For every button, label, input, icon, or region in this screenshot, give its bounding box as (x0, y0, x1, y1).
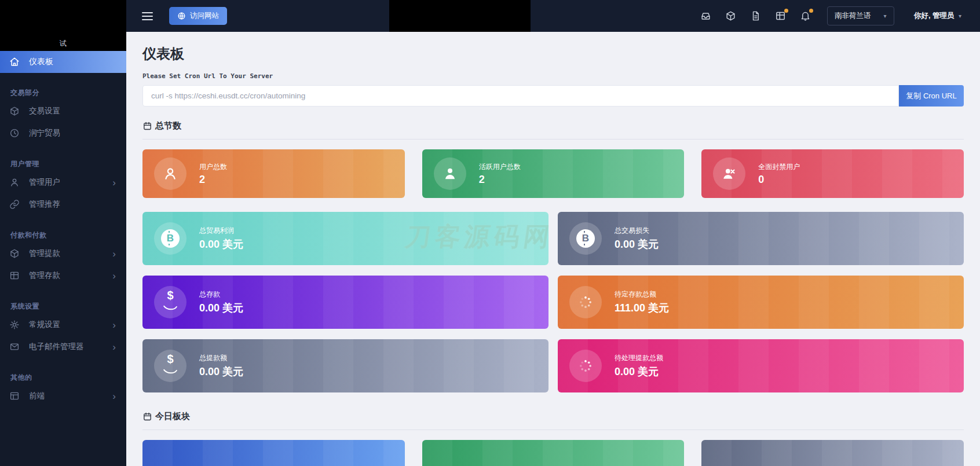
user-menu[interactable]: 你好, 管理员 ▾ (914, 11, 961, 21)
sidebar-section-trading: 交易部分 (10, 88, 126, 98)
logo-text: 试 (0, 39, 126, 49)
bitcoin-icon: B (569, 222, 602, 255)
cube-icon[interactable] (725, 10, 736, 21)
sidebar-item-general-settings[interactable]: 常规设置 › (0, 314, 126, 336)
stat-value: 0.00 美元 (615, 365, 663, 379)
user-icon (9, 177, 20, 188)
stat-label: 全面封禁用户 (758, 162, 800, 172)
stat-card-active-users: 活跃用户总数 2 (422, 149, 685, 198)
sidebar-item-runing-trade[interactable]: 润宁贸易 (0, 122, 126, 144)
greeting-label: 你好, 管理员 (914, 12, 954, 20)
sidebar-item-label: 管理存款 (29, 270, 60, 281)
sidebar-item-label: 常规设置 (29, 320, 60, 330)
language-value: 南非荷兰语 (835, 11, 871, 21)
chevron-down-icon: ▾ (884, 13, 887, 19)
visit-site-label: 访问网站 (190, 11, 219, 21)
stat-label: 总提款额 (199, 353, 243, 363)
stat-card-total-users: 用户总数 2 (142, 149, 405, 198)
user-x-icon (713, 157, 745, 190)
stat-card-today-3 (701, 440, 964, 466)
stat-value: 2 (479, 174, 521, 186)
sidebar-item-manage-withdrawals[interactable]: 管理提款 › (0, 243, 126, 265)
spinner-icon (569, 286, 602, 318)
hamburger-menu-icon[interactable] (142, 10, 153, 23)
stat-card-total-trade-loss: B 总交易损失 0.00 美元 (558, 212, 964, 265)
cron-url-input[interactable] (142, 85, 899, 107)
stat-value: 0.00 美元 (615, 237, 659, 251)
layout-icon (9, 391, 20, 401)
sidebar-item-label: 管理提款 (29, 248, 60, 259)
calendar-icon (142, 121, 152, 131)
stat-value: 0.00 美元 (199, 237, 243, 251)
stat-card-today-2 (422, 440, 685, 466)
stat-value: 2 (199, 174, 227, 186)
chevron-right-icon: › (112, 320, 116, 330)
chevron-down-icon: ▾ (959, 13, 961, 19)
stat-card-total-trade-profit: B 总贸易利润 0.00 美元 (142, 212, 548, 265)
chevron-right-icon: › (112, 178, 116, 188)
document-icon[interactable] (750, 10, 761, 21)
sidebar-item-label: 润宁贸易 (29, 128, 60, 138)
stat-value: 0.00 美元 (199, 301, 243, 315)
sidebar-item-email-manager[interactable]: 电子邮件管理器 › (0, 336, 126, 358)
sidebar-section-others: 其他的 (10, 373, 126, 383)
divider (142, 139, 964, 140)
hand-dollar-icon: $ (154, 286, 187, 318)
sidebar-item-manage-deposits[interactable]: 管理存款 › (0, 265, 126, 287)
stat-label: 待处理提款总额 (615, 353, 663, 363)
chevron-right-icon: › (112, 249, 116, 259)
sidebar-item-manage-users[interactable]: 管理用户 › (0, 171, 126, 193)
hand-dollar-icon: $ (154, 350, 187, 382)
gear-icon (9, 320, 20, 330)
redacted-area (389, 0, 531, 32)
stat-label: 总交易损失 (615, 226, 659, 236)
spinner-icon (569, 350, 602, 382)
sidebar-item-label: 电子邮件管理器 (29, 342, 84, 352)
sidebar-item-label: 前端 (29, 391, 45, 401)
sidebar-item-manage-referral[interactable]: 管理推荐 (0, 193, 126, 215)
section-today-header: 今日板块 (142, 411, 964, 422)
box-icon (9, 248, 20, 259)
section-totals-header: 总节数 (142, 120, 964, 131)
language-selector[interactable]: 南非荷兰语 ▾ (827, 6, 894, 25)
sidebar-item-frontend[interactable]: 前端 › (0, 385, 126, 407)
stat-label: 总贸易利润 (199, 226, 243, 236)
mail-icon (9, 342, 20, 352)
stat-label: 活跃用户总数 (479, 162, 521, 172)
main-content: 仪表板 Please Set Cron Url To Your Server 复… (126, 0, 980, 466)
logo-redacted-area: 试 (0, 0, 126, 51)
page-title: 仪表板 (142, 45, 964, 63)
stat-card-total-deposit: $ 总存款 0.00 美元 (142, 276, 548, 329)
notification-badge (809, 9, 813, 13)
calendar-icon (142, 412, 152, 421)
sidebar-item-label: 管理用户 (29, 177, 60, 188)
stat-card-today-1 (142, 440, 405, 466)
visit-site-button[interactable]: 访问网站 (169, 7, 227, 25)
sidebar-item-trade-settings[interactable]: 交易设置 (0, 100, 126, 122)
table-icon[interactable] (775, 10, 786, 21)
copy-cron-url-button[interactable]: 复制 Cron URL (899, 85, 964, 107)
inbox-icon[interactable] (700, 10, 711, 21)
topbar: 访问网站 南非荷兰语 ▾ 你好, 管理员 ▾ (126, 0, 980, 32)
table-icon (9, 270, 20, 281)
stat-card-pending-deposit: 待定存款总额 111.00 美元 (558, 276, 964, 329)
stat-card-banned-users: 全面封禁用户 0 (701, 149, 964, 198)
stat-value: 111.00 美元 (615, 301, 669, 315)
cron-hint-label: Please Set Cron Url To Your Server (142, 72, 964, 80)
sidebar-item-label: 交易设置 (29, 106, 60, 116)
globe-icon (177, 12, 186, 20)
stat-label: 待定存款总额 (615, 289, 669, 299)
sidebar-item-dashboard[interactable]: 仪表板 (0, 51, 126, 73)
bell-icon[interactable] (800, 10, 811, 21)
notification-badge (784, 9, 788, 13)
stat-card-total-withdrawal: $ 总提款额 0.00 美元 (142, 339, 548, 392)
chevron-right-icon: › (112, 342, 116, 352)
box-icon (9, 106, 20, 116)
section-title: 今日板块 (155, 411, 190, 422)
user-tie-icon (434, 157, 466, 190)
bitcoin-icon: B (154, 222, 187, 255)
section-title: 总节数 (155, 120, 181, 131)
sidebar-section-system: 系统设置 (10, 302, 126, 311)
sidebar-section-users: 用户管理 (10, 159, 126, 169)
stat-value: 0 (758, 174, 800, 186)
